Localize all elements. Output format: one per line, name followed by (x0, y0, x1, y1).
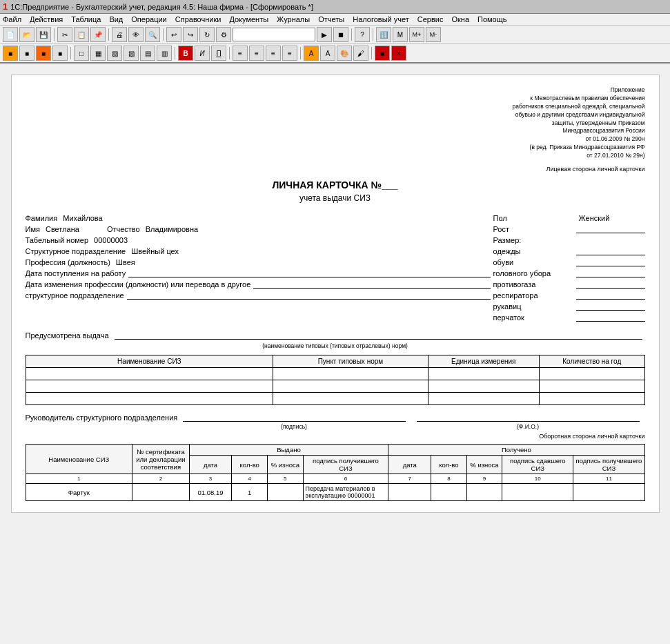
department-value: Швейный цех (131, 247, 179, 255)
norms-header-1: Наименование СИЗ (26, 355, 273, 368)
tabnumber-label: Табельный номер (26, 236, 89, 244)
tb2-5[interactable]: □ (74, 46, 89, 61)
tb2-15[interactable]: ≡ (249, 46, 264, 61)
menu-table[interactable]: Таблица (71, 15, 101, 23)
go-btn[interactable]: ▶ (317, 27, 332, 42)
colnum-10: 10 (502, 474, 573, 484)
menu-reports[interactable]: Отчеты (318, 15, 344, 23)
refresh-btn[interactable]: ↻ (199, 27, 215, 42)
lastname-value: Михайлова (63, 214, 102, 222)
menu-view[interactable]: Вид (109, 15, 123, 23)
calc3-btn[interactable]: M+ (409, 27, 424, 42)
tb2-12[interactable]: И (195, 46, 210, 61)
save-btn[interactable]: 💾 (36, 27, 51, 42)
tb2-2[interactable]: ■ (19, 46, 35, 61)
norms-cell-1-1 (26, 368, 273, 380)
preview-btn[interactable]: 👁 (128, 27, 144, 42)
doc-title: ЛИЧНАЯ КАРТОЧКА №___ (26, 179, 645, 191)
firstname-value: Светлана (46, 225, 79, 233)
tb2-3[interactable]: ■ (36, 46, 51, 61)
menu-help[interactable]: Помощь (477, 15, 507, 23)
tb2-10[interactable]: ▥ (157, 46, 172, 61)
menu-windows[interactable]: Окна (451, 15, 469, 23)
norms-row-3 (26, 393, 644, 405)
footwear-line (576, 266, 645, 266)
sep1 (54, 28, 55, 41)
tb2-22[interactable]: ■ (375, 46, 390, 61)
copy-btn[interactable]: 📋 (74, 27, 89, 42)
headwear-line (576, 277, 645, 277)
calc2-btn[interactable]: M (393, 27, 408, 42)
tabnumber-value: 00000003 (94, 236, 128, 244)
colnum-8: 8 (431, 474, 467, 484)
sig-line1 (183, 421, 406, 422)
norms-table: Наименование СИЗ Пункт типовых норм Един… (26, 355, 645, 405)
tb2-17[interactable]: ≡ (282, 46, 297, 61)
menu-operations[interactable]: Операции (131, 15, 166, 23)
header-note: Приложение к Межотраслевым правилам обес… (26, 86, 645, 160)
colnum-9: 9 (466, 474, 502, 484)
menu-service[interactable]: Сервис (417, 15, 444, 23)
gloves-row: перчаток (493, 313, 645, 322)
open-btn[interactable]: 📂 (19, 27, 35, 42)
menu-actions[interactable]: Действия (30, 15, 63, 23)
norms-cell-3-3 (428, 393, 539, 405)
mittens-label: рукавиц (493, 302, 576, 311)
face-label: Лицевая сторона личной карточки (26, 166, 645, 173)
tb2-6[interactable]: ▦ (90, 46, 106, 61)
cut-btn[interactable]: ✂ (57, 27, 72, 42)
tb2-8[interactable]: ▧ (124, 46, 139, 61)
tb2-19[interactable]: A (320, 46, 335, 61)
norms-cell-1-2 (273, 368, 428, 380)
tb2-13[interactable]: П (211, 46, 226, 61)
size-label: Размер: (493, 236, 576, 244)
tb2-23[interactable]: × (391, 46, 406, 61)
undo-btn[interactable]: ↩ (166, 27, 181, 42)
tb2-1[interactable]: ■ (3, 46, 18, 61)
mittens-row: рукавиц (493, 302, 645, 311)
menu-file[interactable]: Файл (3, 15, 21, 23)
tb2-4[interactable]: ■ (52, 46, 68, 61)
help-btn[interactable]: ? (355, 27, 370, 42)
tb2-11[interactable]: В (178, 46, 193, 61)
menu-tax[interactable]: Налоговый учет (353, 15, 409, 23)
issue-rsiggiver-1 (502, 484, 573, 501)
find-btn[interactable]: 🔍 (145, 27, 160, 42)
profession-value: Швея (116, 258, 135, 266)
search-btn[interactable]: ⚙ (216, 27, 231, 42)
tb2-7[interactable]: ▨ (107, 46, 122, 61)
new-btn[interactable]: 📄 (3, 27, 18, 42)
menu-reference[interactable]: Справочники (175, 15, 221, 23)
paste-btn[interactable]: 📌 (90, 27, 106, 42)
profession-row: Профессия (должность) Швея (26, 258, 493, 266)
sig-hint2: (Ф.И.О.) (411, 423, 645, 430)
issue-idate-1: 01.08.19 (189, 484, 232, 501)
tb2-14[interactable]: ≡ (233, 46, 248, 61)
sep9 (300, 47, 301, 59)
issue-rsigreceiver-1 (573, 484, 644, 501)
issue-rdate-1 (388, 484, 431, 501)
app-icon: 1 (3, 1, 8, 12)
tb2-9[interactable]: ▤ (140, 46, 155, 61)
norms-cell-2-3 (428, 380, 539, 393)
issuance-label: Предусмотрена выдача (26, 331, 109, 340)
tb2-18[interactable]: A (304, 46, 319, 61)
calc-btn[interactable]: 🔢 (376, 27, 391, 42)
colnum-6: 6 (303, 474, 388, 484)
tb2-16[interactable]: ≡ (266, 46, 281, 61)
calc4-btn[interactable]: M- (426, 27, 441, 42)
print-btn[interactable]: 🖨 (112, 27, 127, 42)
stop-btn[interactable]: ⏹ (333, 27, 348, 42)
tb2-21[interactable]: 🖌 (353, 46, 368, 61)
issue-iwear-1 (268, 484, 304, 501)
toolbar-input[interactable] (233, 28, 315, 41)
colnum-11: 11 (573, 474, 644, 484)
tb2-20[interactable]: 🎨 (337, 46, 352, 61)
redo-btn[interactable]: ↪ (183, 27, 198, 42)
sig-row: Руководитель структурного подразделения (26, 413, 645, 422)
menu-journals[interactable]: Журналы (277, 15, 310, 23)
gloves-label: перчаток (493, 313, 576, 322)
menu-documents[interactable]: Документы (229, 15, 268, 23)
sig-hint1: (подпись) (177, 423, 411, 430)
norms-cell-1-4 (540, 368, 645, 380)
